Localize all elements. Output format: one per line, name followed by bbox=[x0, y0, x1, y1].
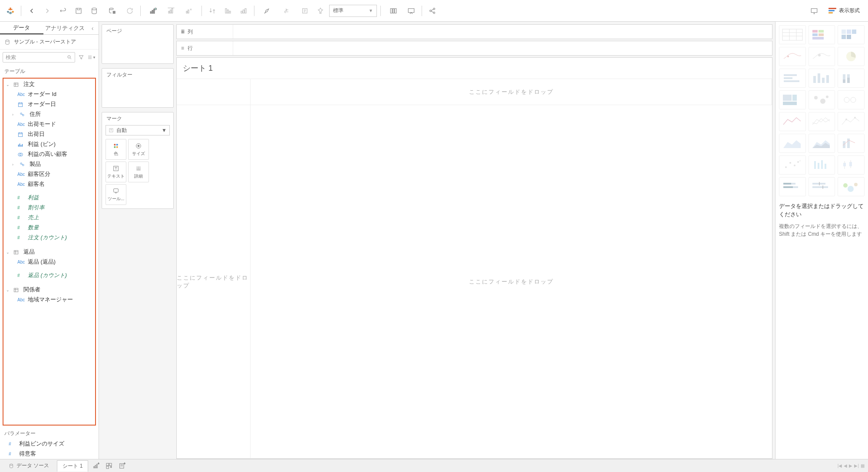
show-me-tile[interactable] bbox=[809, 177, 835, 196]
measure-field[interactable]: #注文 (カウント) bbox=[3, 233, 95, 243]
show-me-tile[interactable] bbox=[809, 112, 835, 131]
show-me-tile[interactable] bbox=[779, 90, 806, 109]
duplicate-icon[interactable] bbox=[164, 4, 178, 18]
table-header[interactable]: ⌄返品 bbox=[3, 247, 95, 257]
save-icon[interactable] bbox=[72, 4, 86, 18]
view-columns-drop[interactable]: ここにフィールドをドロップ bbox=[251, 79, 772, 105]
show-me-tile[interactable] bbox=[809, 47, 835, 66]
dimension-field[interactable]: Abc返品 (返品) bbox=[3, 257, 95, 267]
presentation-icon[interactable] bbox=[404, 4, 418, 18]
show-me-tile[interactable] bbox=[838, 177, 865, 196]
refresh-icon[interactable] bbox=[123, 4, 137, 18]
sheet-title[interactable]: シート 1 bbox=[177, 58, 772, 79]
guide-icon[interactable] bbox=[807, 4, 821, 18]
table-header[interactable]: ⌄関係者 bbox=[3, 285, 95, 295]
undo-icon[interactable] bbox=[25, 4, 39, 18]
collapse-panel-icon[interactable]: ‹ bbox=[86, 22, 99, 34]
new-dashboard-tab-icon[interactable]: + bbox=[104, 461, 114, 471]
new-worksheet-icon[interactable] bbox=[144, 4, 162, 18]
dimension-field[interactable]: Abc顧客区分 bbox=[3, 169, 95, 179]
new-worksheet-tab-icon[interactable]: + bbox=[91, 461, 101, 471]
mark-detail-button[interactable]: 詳細 bbox=[128, 162, 149, 182]
sort-asc-icon[interactable] bbox=[221, 4, 235, 18]
tab-analytics[interactable]: アナリティクス bbox=[43, 22, 87, 34]
dimension-field[interactable]: ›住所 bbox=[3, 109, 95, 119]
nav-first-icon[interactable]: |◀ bbox=[838, 463, 842, 468]
show-me-tile[interactable] bbox=[779, 134, 806, 153]
filters-card[interactable]: フィルター bbox=[102, 68, 174, 108]
swap-icon[interactable] bbox=[205, 4, 219, 18]
show-me-tile[interactable] bbox=[838, 25, 865, 44]
measure-field[interactable]: #数量 bbox=[3, 223, 95, 233]
share-icon[interactable] bbox=[426, 4, 439, 18]
show-me-tile[interactable] bbox=[809, 134, 835, 153]
pin-icon[interactable] bbox=[314, 4, 327, 18]
revert-icon[interactable] bbox=[56, 4, 70, 18]
dimension-field[interactable]: 出荷日 bbox=[3, 129, 95, 139]
dimension-field[interactable]: 利益 (ビン) bbox=[3, 139, 95, 149]
logo-icon[interactable] bbox=[3, 4, 17, 18]
dimension-field[interactable]: オーダー日 bbox=[3, 99, 95, 109]
dimension-field[interactable]: Abc顧客名 bbox=[3, 179, 95, 189]
view-canvas[interactable]: シート 1 ここにフィールドをドロップ ここにフィールドをドロップ ここにフィー… bbox=[176, 57, 772, 459]
group-icon[interactable] bbox=[278, 4, 296, 18]
sort-desc-icon[interactable] bbox=[237, 4, 251, 18]
mark-color-button[interactable]: 色 bbox=[106, 139, 126, 160]
show-me-button[interactable]: 表示形式 bbox=[824, 5, 865, 17]
measure-field[interactable]: #返品 (カウント) bbox=[3, 271, 95, 281]
show-me-tile[interactable] bbox=[838, 69, 865, 88]
dimension-field[interactable]: 利益の高い顧客 bbox=[3, 149, 95, 159]
show-me-tile[interactable] bbox=[809, 69, 835, 88]
measure-field[interactable]: #売上 bbox=[3, 213, 95, 223]
measure-field[interactable]: #利益 bbox=[3, 193, 95, 203]
nav-tabs-icon[interactable]: ▦ bbox=[861, 463, 865, 468]
show-me-tile[interactable] bbox=[838, 134, 865, 153]
view-options-icon[interactable]: ▼ bbox=[87, 53, 96, 62]
measure-field[interactable]: #割引率 bbox=[3, 203, 95, 213]
show-me-tile[interactable] bbox=[809, 25, 835, 44]
show-me-tile[interactable] bbox=[809, 90, 835, 109]
mark-size-button[interactable]: サイズ bbox=[128, 139, 149, 160]
show-me-tile[interactable] bbox=[809, 155, 835, 175]
show-me-tile[interactable] bbox=[779, 47, 806, 66]
show-me-tile[interactable] bbox=[779, 25, 806, 44]
show-me-tile[interactable] bbox=[779, 69, 806, 88]
highlight-icon[interactable] bbox=[258, 4, 276, 18]
dimension-field[interactable]: Abcオーダー Id bbox=[3, 89, 95, 99]
new-datasource-icon[interactable] bbox=[87, 4, 101, 18]
table-header[interactable]: ⌄注文 bbox=[3, 79, 95, 89]
search-input[interactable]: 検索 bbox=[3, 52, 75, 63]
show-me-tile[interactable] bbox=[779, 112, 806, 131]
view-rows-drop[interactable]: ここにフィールドをドロップ bbox=[177, 105, 251, 459]
nav-next-icon[interactable]: ▶ bbox=[849, 463, 852, 468]
parameter-field[interactable]: #利益ビンのサイズ bbox=[0, 439, 99, 449]
show-me-tile[interactable] bbox=[779, 177, 806, 196]
sheet-tab[interactable]: シート 1 bbox=[57, 460, 88, 472]
mark-tooltip-button[interactable]: ツール... bbox=[106, 184, 126, 205]
datasource-tab[interactable]: データ ソース bbox=[3, 460, 54, 471]
dimension-field[interactable]: Abc地域マネージャー bbox=[3, 295, 95, 305]
dimension-field[interactable]: Abc出荷モード bbox=[3, 119, 95, 129]
pause-updates-icon[interactable] bbox=[103, 4, 121, 18]
view-main-drop[interactable]: ここにフィールドをドロップ bbox=[251, 105, 772, 459]
fit-dropdown[interactable]: 標準▼ bbox=[329, 5, 377, 17]
new-story-tab-icon[interactable]: + bbox=[117, 461, 127, 471]
dimension-field[interactable]: ›製品 bbox=[3, 159, 95, 169]
pages-card[interactable]: ページ bbox=[102, 24, 174, 64]
columns-shelf[interactable]: iii列 bbox=[176, 24, 772, 39]
parameter-field[interactable]: #得意客 bbox=[0, 449, 99, 459]
show-me-tile[interactable] bbox=[838, 47, 865, 66]
show-me-tile[interactable] bbox=[838, 155, 865, 175]
clear-icon[interactable] bbox=[180, 4, 198, 18]
show-labels-icon[interactable] bbox=[298, 4, 312, 18]
show-cards-icon[interactable] bbox=[384, 4, 403, 18]
filter-icon[interactable] bbox=[77, 53, 86, 62]
mark-text-button[interactable]: テキスト bbox=[106, 162, 126, 182]
tab-data[interactable]: データ bbox=[0, 22, 43, 34]
mark-type-select[interactable]: 自動 ▼ bbox=[106, 125, 170, 135]
show-me-tile[interactable]: + bbox=[779, 155, 806, 175]
nav-prev-icon[interactable]: ◀ bbox=[844, 463, 847, 468]
show-me-tile[interactable] bbox=[838, 90, 865, 109]
redo-icon[interactable] bbox=[40, 4, 54, 18]
nav-last-icon[interactable]: ▶| bbox=[854, 463, 859, 468]
